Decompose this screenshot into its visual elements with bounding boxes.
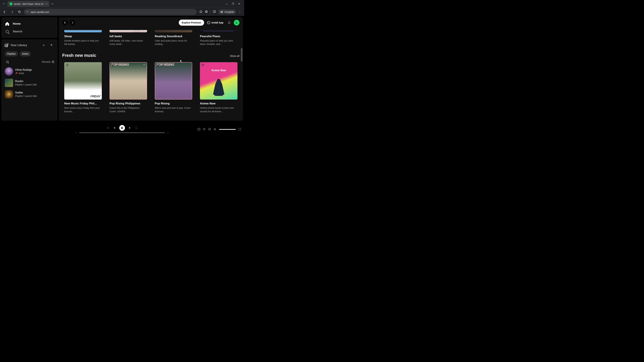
- library-create-button[interactable]: +: [41, 42, 46, 48]
- browser-back-button[interactable]: [2, 9, 8, 15]
- queue-button[interactable]: [203, 128, 206, 131]
- scrollbar-thumb[interactable]: [241, 48, 242, 61]
- library-item-swiftie[interactable]: Swiftie Playlist • Lauren Deli: [4, 89, 55, 99]
- now-playing-view-button[interactable]: [198, 128, 200, 131]
- url-text: open.spotify.com: [30, 10, 49, 13]
- volume-button[interactable]: [214, 128, 216, 131]
- library-item-sub: 📌 Artist: [15, 72, 32, 75]
- section-title[interactable]: Fresh new music: [62, 53, 96, 58]
- svg-rect-2: [26, 12, 27, 12]
- card-desc: Hottest Anime tracks & best new sounds f…: [200, 106, 238, 113]
- user-avatar[interactable]: L: [234, 20, 240, 25]
- search-icon: [6, 61, 8, 63]
- svg-rect-0: [26, 11, 27, 11]
- nav-search[interactable]: Search: [4, 28, 55, 35]
- window-controls: — ❐ ✕: [226, 2, 243, 5]
- library-item-name: Rockin: [15, 80, 37, 83]
- close-window-button[interactable]: ✕: [238, 2, 240, 5]
- section-fresh-new-music: New Music Friday Phil... New music every…: [62, 60, 240, 115]
- spotify-badge-icon: [201, 63, 204, 66]
- library-items: Olivia Rodrigo 📌 Artist Rockin Playlist …: [4, 66, 55, 99]
- player-right-controls: [170, 128, 241, 131]
- card-pop-rising[interactable]: Pop Rising Who's now and next in pop. Co…: [153, 60, 194, 115]
- browser-reload-button[interactable]: [16, 9, 22, 15]
- card-sleep[interactable]: Sleep Gentle Ambient piano to help you f…: [62, 28, 104, 48]
- next-track-button[interactable]: [129, 126, 131, 129]
- playlist-cover: [200, 30, 238, 32]
- library-icon[interactable]: [5, 43, 8, 47]
- show-all-link[interactable]: Show all: [230, 55, 240, 57]
- shuffle-button[interactable]: [106, 126, 109, 129]
- svg-rect-1: [28, 11, 28, 11]
- card-anime-now[interactable]: Anime Now Hottest Anime tracks & best ne…: [198, 60, 240, 115]
- repeat-button[interactable]: [135, 126, 138, 129]
- playlist-cover: [64, 30, 102, 32]
- spotify-favicon: [10, 2, 12, 5]
- play-pause-button[interactable]: [119, 125, 125, 131]
- playlist-cover: [64, 62, 102, 100]
- app-forward-button[interactable]: [70, 20, 75, 25]
- nav-home[interactable]: Home: [4, 20, 55, 28]
- list-view-icon: [52, 61, 54, 63]
- card-title: Pop Rising Philippines: [110, 102, 147, 105]
- progress-track[interactable]: [79, 132, 165, 133]
- card-desc: New music every Friday from your favorit…: [64, 106, 102, 113]
- app-back-button[interactable]: [62, 20, 68, 25]
- player-controls: -:-- -:--: [74, 125, 170, 134]
- playlist-cover: [110, 62, 147, 100]
- library-item-olivia[interactable]: Olivia Rodrigo 📌 Artist: [4, 66, 55, 77]
- svg-rect-4: [213, 10, 216, 12]
- tab-search-dropdown[interactable]: [1, 1, 6, 6]
- card-peaceful-piano[interactable]: Peaceful Piano Peaceful piano to help yo…: [198, 28, 240, 48]
- notifications-button[interactable]: [226, 20, 232, 25]
- pin-icon: 📌: [15, 72, 18, 74]
- library-title[interactable]: Your Library: [10, 43, 39, 47]
- card-desc: Gentle Ambient piano to help you fall as…: [64, 39, 102, 46]
- card-pop-rising-ph[interactable]: Pop Rising Philippines Future hits in th…: [108, 60, 149, 115]
- library-header: Your Library +: [4, 41, 55, 50]
- library-search-button[interactable]: [5, 59, 10, 64]
- card-reading-soundtrack[interactable]: Reading Soundtrack Calm and quiet piano …: [153, 28, 194, 48]
- extensions-icon[interactable]: [205, 10, 208, 14]
- sidebar-nav: Home Search: [1, 17, 58, 38]
- playlist-cover: [155, 62, 192, 100]
- fullscreen-button[interactable]: [238, 128, 241, 131]
- browser-forward-button[interactable]: [9, 9, 15, 15]
- connect-device-button[interactable]: [208, 128, 211, 131]
- card-lofi-beats[interactable]: lofi beats chill beats, lofi vibes, new …: [108, 28, 149, 48]
- section-header-fresh: Fresh new music Show all: [62, 53, 240, 58]
- card-desc: Calm and quiet piano music for reading.: [155, 39, 192, 46]
- chip-playlists[interactable]: Playlists: [5, 51, 18, 56]
- url-actions: Incognito ⋮: [198, 9, 242, 14]
- install-app-button[interactable]: ↓ Install App: [206, 21, 225, 24]
- tab-close-icon[interactable]: ×: [46, 2, 47, 5]
- browser-menu-icon[interactable]: ⋮: [238, 10, 241, 13]
- volume-slider[interactable]: [219, 129, 236, 130]
- library-expand-button[interactable]: [48, 42, 54, 48]
- incognito-badge[interactable]: Incognito: [218, 9, 236, 14]
- library-item-rockin[interactable]: Rockin Playlist • Lauren Deli: [4, 78, 55, 88]
- tab-title: Spotify - Web Player: Music for: [14, 3, 44, 5]
- new-tab-button[interactable]: +: [51, 2, 53, 6]
- spotify-app: Home Search Your Library + Playlist: [0, 16, 244, 137]
- maximize-button[interactable]: ❐: [232, 2, 234, 5]
- main-header: Explore Premium ↓ Install App L: [59, 17, 243, 28]
- site-settings-icon[interactable]: [26, 10, 29, 13]
- card-new-music-friday[interactable]: New Music Friday Phil... New music every…: [62, 60, 104, 115]
- sidebar-library: Your Library + Playlists Artists Recents: [1, 39, 58, 121]
- browser-tab[interactable]: Spotify - Web Player: Music for ×: [8, 1, 49, 7]
- player-bar: -:-- -:--: [0, 122, 244, 137]
- total-time: -:--: [167, 132, 169, 134]
- main-scroll-area[interactable]: Sleep Gentle Ambient piano to help you f…: [59, 28, 243, 121]
- url-bar: open.spotify.com Incognito ⋮: [0, 8, 244, 16]
- minimize-button[interactable]: —: [226, 2, 228, 5]
- address-bar[interactable]: open.spotify.com: [24, 9, 196, 15]
- bookmark-star-icon[interactable]: [199, 10, 202, 14]
- explore-premium-button[interactable]: Explore Premium: [179, 19, 204, 26]
- spotify-badge-icon: [66, 63, 68, 66]
- library-sort-button[interactable]: Recents: [42, 60, 54, 63]
- chip-artists[interactable]: Artists: [20, 51, 31, 56]
- previous-track-button[interactable]: [113, 126, 116, 129]
- side-panel-icon[interactable]: [213, 10, 216, 14]
- incognito-label: Incognito: [224, 10, 234, 13]
